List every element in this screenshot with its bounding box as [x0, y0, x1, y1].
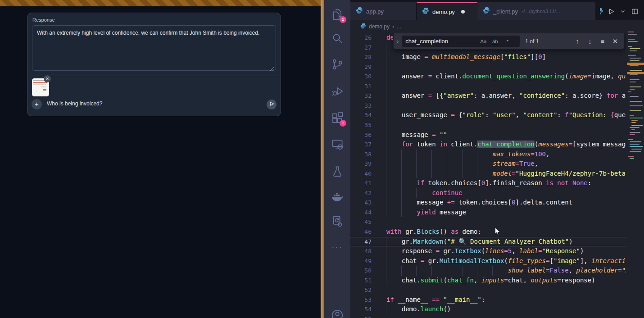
- tab-demo-py[interactable]: demo.py: [417, 2, 477, 20]
- code-area[interactable]: › Aa ab .* 1 of 1 ↑ ↓ ≡ ✕: [350, 33, 626, 318]
- regex-toggle[interactable]: .*: [501, 39, 512, 44]
- line-number: 49: [350, 256, 372, 266]
- run-python-file-button[interactable]: [606, 6, 616, 16]
- code-line[interactable]: 45: [350, 217, 626, 227]
- code-line[interactable]: 52: [350, 285, 626, 295]
- line-number: 39: [350, 159, 372, 169]
- code-line[interactable]: 50 show_label=False, placeholder="Ask a …: [350, 266, 626, 276]
- code-line[interactable]: 33: [350, 101, 626, 111]
- chat-input-section: ✕ +: [27, 76, 281, 117]
- minimap-line: [630, 101, 642, 102]
- code-line[interactable]: 43 message += token.choices[0].delta.con…: [350, 198, 626, 208]
- code-line[interactable]: 28 image = multimodal_message["files"][0…: [350, 52, 626, 62]
- minimap-line: [630, 60, 639, 61]
- response-textarea[interactable]: With an extremely high level of confiden…: [32, 25, 276, 71]
- find-expand-chevron-icon[interactable]: ›: [394, 38, 402, 45]
- find-in-selection-button[interactable]: ≡: [597, 36, 608, 46]
- line-number: 41: [350, 178, 372, 188]
- find-next-button[interactable]: ↓: [585, 36, 595, 46]
- add-file-button[interactable]: +: [32, 99, 42, 109]
- minimap-line: [631, 120, 638, 121]
- minimap-line: [628, 139, 633, 140]
- run-debug-icon[interactable]: [331, 85, 344, 98]
- python-file-icon: [483, 7, 490, 16]
- extensions-icon[interactable]: 1: [331, 111, 344, 125]
- code-line[interactable]: 48 response = gr.Textbox(lines=5, label=…: [350, 246, 626, 256]
- code-line[interactable]: 29: [350, 62, 626, 72]
- minimap-line: [630, 110, 641, 111]
- code-line[interactable]: 54 demo.launch(): [350, 304, 626, 314]
- code-line[interactable]: 49 chat = gr.MultimodalTextbox(file_type…: [350, 256, 626, 266]
- find-previous-button[interactable]: ↑: [572, 36, 583, 46]
- code-line[interactable]: 51 chat.submit(chat_fn, inputs=chat, out…: [350, 276, 626, 286]
- code-line[interactable]: 38 max_tokens=100,: [350, 150, 626, 159]
- code-line[interactable]: 32 answer = [{"answer": a.answer, "confi…: [350, 91, 626, 101]
- code-line[interactable]: 47 gr.Markdown("# 🔍 Document Analyzer Ch…: [350, 237, 626, 247]
- minimap-line: [630, 89, 635, 90]
- code-line[interactable]: 39 stream=True,: [350, 159, 626, 169]
- docker-icon[interactable]: [331, 191, 344, 204]
- code-line[interactable]: 34 user_message = {"role": "user", "cont…: [350, 110, 626, 120]
- minimap-line: [630, 144, 639, 145]
- code-line[interactable]: 40 model="HuggingFaceH4/zephyr-7b-beta": [350, 169, 626, 179]
- resize-handle-icon[interactable]: [270, 66, 274, 71]
- modified-dot-icon[interactable]: [461, 10, 465, 14]
- minimap-line: [631, 129, 635, 130]
- find-close-button[interactable]: ✕: [610, 36, 621, 46]
- find-input[interactable]: [402, 37, 477, 45]
- minimap-line: [628, 41, 638, 42]
- find-input-wrap: Aa ab .*: [402, 36, 520, 47]
- remote-explorer-icon[interactable]: [331, 137, 344, 151]
- minimap-line: [630, 65, 639, 66]
- panel-divider-sash[interactable]: [321, 0, 324, 318]
- screen: Response With an extremely high level of…: [0, 0, 644, 318]
- run-dropdown-chevron-icon[interactable]: [618, 6, 628, 16]
- code-line[interactable]: 46with gr.Blocks() as demo:: [350, 227, 626, 237]
- code-line[interactable]: 44 yield message: [350, 208, 626, 218]
- minimap-line: [628, 46, 632, 47]
- split-editor-button[interactable]: [630, 6, 639, 16]
- line-number: 35: [350, 120, 372, 130]
- code-line[interactable]: 41 if token.choices[0].finish_reason is …: [350, 178, 626, 188]
- line-number: 30: [350, 72, 372, 82]
- whole-word-toggle[interactable]: ab: [489, 39, 501, 44]
- send-button[interactable]: [267, 100, 277, 109]
- minimap-line: [630, 134, 635, 135]
- testing-beaker-icon[interactable]: [331, 165, 344, 178]
- dev-file-gear-icon[interactable]: [331, 214, 344, 228]
- line-number: 42: [350, 188, 372, 198]
- code-line[interactable]: 30 answer = client.document_question_ans…: [350, 72, 626, 82]
- code-line[interactable]: 36 message = "": [350, 130, 626, 140]
- code-line[interactable]: 42 continue: [350, 188, 626, 198]
- account-icon[interactable]: [331, 309, 344, 318]
- minimap-line: [628, 34, 637, 35]
- vscode-panel: 1 1: [324, 0, 644, 318]
- code-line[interactable]: 55: [350, 314, 626, 318]
- breadcrumb-ellipsis[interactable]: ...: [397, 23, 401, 30]
- search-icon[interactable]: [331, 32, 344, 45]
- tab-app-py[interactable]: app.py: [350, 2, 417, 20]
- code-line[interactable]: 37 for token in client.chat_completion(m…: [350, 140, 626, 150]
- breadcrumb-file[interactable]: demo.py: [369, 23, 390, 30]
- overflow-tab-python-icon[interactable]: [600, 8, 604, 15]
- code-line[interactable]: 53if __name__ == "__main__":: [350, 295, 626, 305]
- code-line[interactable]: 35: [350, 120, 626, 130]
- minimap[interactable]: [627, 32, 644, 180]
- chat-text-input[interactable]: [46, 100, 259, 107]
- progress-stripe-bar: [0, 0, 321, 6]
- explorer-badge: 1: [340, 16, 346, 23]
- find-nav: ↑ ↓ ≡ ✕: [572, 36, 624, 46]
- source-control-icon[interactable]: [331, 58, 344, 71]
- minimap-line: [630, 50, 637, 51]
- python-file-icon: [356, 7, 363, 16]
- find-widget: › Aa ab .* 1 of 1 ↑ ↓ ≡ ✕: [393, 33, 625, 50]
- minimap-line: [630, 115, 634, 116]
- code-line[interactable]: 31: [350, 82, 626, 91]
- indent-guide: [386, 62, 386, 72]
- more-actions-icon[interactable]: ···: [331, 243, 344, 257]
- explorer-icon[interactable]: 1: [331, 8, 344, 21]
- match-case-toggle[interactable]: Aa: [477, 39, 489, 44]
- remove-image-button[interactable]: ✕: [44, 75, 51, 82]
- tab-client-py[interactable]: _client.py ~/.../python3.11/...: [477, 2, 599, 20]
- line-number: 50: [350, 266, 372, 276]
